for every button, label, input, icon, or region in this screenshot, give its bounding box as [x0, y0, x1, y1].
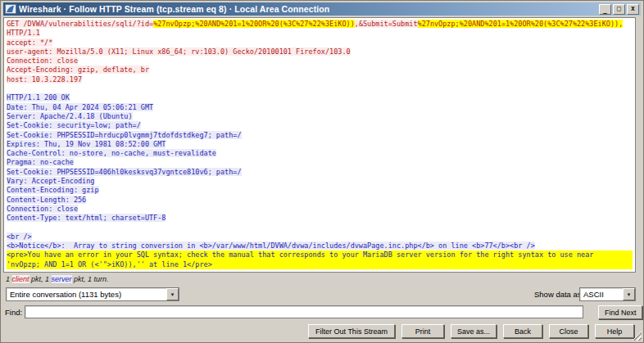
titlebar[interactable]: Wireshark · Follow HTTP Stream (tcp.stre…	[3, 2, 641, 16]
conversation-select[interactable]: Entire conversation (1131 bytes) ▼	[6, 287, 179, 301]
stream-line: 'nvOpzp; AND 1=1 OR (<'">iKO)),'' at lin…	[7, 260, 633, 269]
stream-line: Content-Length: 256	[7, 196, 633, 205]
resize-grip[interactable]	[632, 331, 642, 341]
stream-line: Cache-Control: no-store, no-cache, must-…	[7, 149, 633, 158]
follow-http-stream-window: Wireshark · Follow HTTP Stream (tcp.stre…	[0, 0, 644, 343]
show-data-as-label: Show data as	[534, 290, 582, 299]
filter-out-stream-button[interactable]: Filter Out This Stream	[308, 324, 395, 338]
stream-line: host: 10.3.228.197	[7, 75, 633, 84]
chevron-down-icon[interactable]: ▼	[623, 288, 635, 300]
maximize-button[interactable]: □	[613, 4, 625, 15]
stream-line: Content-Type: text/html; charset=UTF-8	[7, 214, 633, 223]
stream-line: Connection: close	[7, 56, 633, 65]
bottom-button-row: Filter Out This Stream Print Save as... …	[308, 324, 634, 338]
window-controls: _ □ x	[599, 4, 639, 15]
stream-content[interactable]: GET /DVWA/vulnerabilities/sqli/?id=%27nv…	[3, 17, 636, 273]
stream-line: <b>Notice</b>: Array to string conversio…	[7, 241, 633, 250]
stream-line: Server: Apache/2.4.18 (Ubuntu)	[7, 112, 633, 121]
stream-line: HTTP/1.1 200 OK	[7, 93, 633, 102]
chevron-down-icon[interactable]: ▼	[166, 288, 179, 300]
stream-line: accept: */*	[7, 38, 633, 47]
stream-line: Vary: Accept-Encoding	[7, 177, 633, 186]
stream-line: Set-Cookie: security=low; path=/	[7, 121, 633, 130]
stream-line: Date: Thu, 04 Apr 2024 05:06:21 GMT	[7, 103, 633, 112]
show-data-as-value: ASCII	[583, 290, 623, 299]
close-window-button[interactable]: x	[627, 4, 639, 15]
stream-line: Connection: close	[7, 205, 633, 214]
stream-line: Expires: Thu, 19 Nov 1981 08:52:00 GMT	[7, 140, 633, 149]
find-input[interactable]	[25, 305, 583, 318]
save-as-button[interactable]: Save as...	[451, 324, 497, 338]
stream-line: Set-Cookie: PHPSESSID=406hl0kesksvq37vgn…	[7, 168, 633, 177]
stream-line: Set-Cookie: PHPSESSID=hrducp0lvgmmj7tdof…	[7, 131, 633, 140]
minimize-button[interactable]: _	[599, 4, 611, 15]
back-button[interactable]: Back	[503, 324, 542, 338]
wireshark-icon	[5, 4, 16, 14]
stream-line: user-agent: Mozilla/5.0 (X11; Linux x86_…	[7, 47, 633, 56]
stream-line	[7, 84, 633, 93]
stream-line: GET /DVWA/vulnerabilities/sqli/?id=%27nv…	[7, 20, 633, 29]
close-button[interactable]: Close	[549, 324, 588, 338]
print-button[interactable]: Print	[401, 324, 444, 338]
stream-line: <br />	[7, 232, 633, 241]
conversation-select-value: Entire conversation (1131 bytes)	[10, 290, 166, 299]
stream-line	[7, 223, 633, 232]
stream-line: Pragma: no-cache	[7, 158, 633, 167]
show-data-as-select[interactable]: ASCII ▼	[579, 287, 636, 301]
stream-line: HTTP/1.1	[7, 29, 633, 38]
find-next-button[interactable]: Find Next	[598, 305, 642, 319]
stream-line: Accept-Encoding: gzip, deflate, br	[7, 65, 633, 74]
stream-line: Content-Encoding: gzip	[7, 186, 633, 195]
stream-line: <pre>You have an error in your SQL synta…	[7, 250, 633, 260]
window-title: Wireshark · Follow HTTP Stream (tcp.stre…	[19, 4, 599, 14]
stream-stats: 1 client pkt, 1 server pkt, 1 turn.	[6, 275, 109, 283]
help-button[interactable]: Help	[595, 324, 634, 338]
find-label: Find:	[5, 308, 22, 317]
